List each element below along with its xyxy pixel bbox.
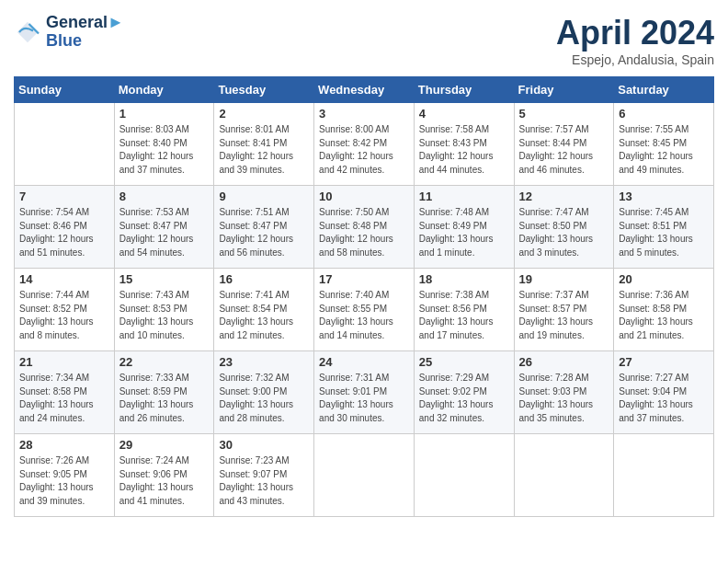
calendar-cell: 30Sunrise: 7:23 AM Sunset: 9:07 PM Dayli… [214, 434, 314, 517]
cell-info: Sunrise: 7:31 AM Sunset: 9:01 PM Dayligh… [319, 372, 409, 425]
cell-info: Sunrise: 8:01 AM Sunset: 8:41 PM Dayligh… [219, 123, 309, 177]
calendar-cell: 9Sunrise: 7:51 AM Sunset: 8:47 PM Daylig… [214, 186, 314, 269]
calendar-cell: 20Sunrise: 7:36 AM Sunset: 8:58 PM Dayli… [614, 269, 714, 351]
month-title: April 2024 [556, 14, 714, 52]
cell-info: Sunrise: 7:27 AM Sunset: 9:04 PM Dayligh… [619, 372, 709, 425]
cell-info: Sunrise: 7:47 AM Sunset: 8:50 PM Dayligh… [519, 206, 609, 259]
calendar-cell: 23Sunrise: 7:32 AM Sunset: 9:00 PM Dayli… [214, 351, 314, 434]
calendar-cell: 29Sunrise: 7:24 AM Sunset: 9:06 PM Dayli… [114, 434, 214, 517]
day-number: 18 [419, 272, 509, 286]
cell-info: Sunrise: 7:43 AM Sunset: 8:53 PM Dayligh… [119, 289, 210, 342]
calendar-cell: 3Sunrise: 8:00 AM Sunset: 8:42 PM Daylig… [314, 103, 415, 186]
day-number: 27 [619, 355, 709, 369]
location: Espejo, Andalusia, Spain [556, 52, 714, 67]
day-number: 1 [119, 107, 210, 121]
cell-info: Sunrise: 7:48 AM Sunset: 8:49 PM Dayligh… [419, 206, 509, 259]
day-number: 30 [219, 438, 309, 452]
calendar-cell: 2Sunrise: 8:01 AM Sunset: 8:41 PM Daylig… [214, 103, 314, 186]
week-row-3: 14Sunrise: 7:44 AM Sunset: 8:52 PM Dayli… [15, 269, 714, 351]
calendar-cell [614, 434, 714, 517]
calendar-cell: 22Sunrise: 7:33 AM Sunset: 8:59 PM Dayli… [114, 351, 214, 434]
cell-info: Sunrise: 7:24 AM Sunset: 9:06 PM Dayligh… [119, 454, 210, 508]
cell-info: Sunrise: 7:34 AM Sunset: 8:58 PM Dayligh… [19, 372, 109, 425]
day-number: 3 [319, 107, 409, 121]
calendar-cell: 13Sunrise: 7:45 AM Sunset: 8:51 PM Dayli… [614, 186, 714, 269]
calendar-cell: 12Sunrise: 7:47 AM Sunset: 8:50 PM Dayli… [514, 186, 614, 269]
day-number: 12 [519, 190, 609, 203]
week-row-5: 28Sunrise: 7:26 AM Sunset: 9:05 PM Dayli… [15, 434, 714, 517]
col-header-saturday: Saturday [614, 77, 714, 103]
day-number: 24 [319, 355, 409, 369]
calendar-cell: 15Sunrise: 7:43 AM Sunset: 8:53 PM Dayli… [114, 269, 214, 351]
calendar-cell: 17Sunrise: 7:40 AM Sunset: 8:55 PM Dayli… [314, 269, 415, 351]
logo-icon [14, 18, 41, 46]
day-number: 2 [219, 107, 309, 121]
calendar-cell: 28Sunrise: 7:26 AM Sunset: 9:05 PM Dayli… [15, 434, 115, 517]
cell-info: Sunrise: 7:51 AM Sunset: 8:47 PM Dayligh… [219, 206, 309, 259]
calendar-cell: 27Sunrise: 7:27 AM Sunset: 9:04 PM Dayli… [614, 351, 714, 434]
logo-text: General► Blue [46, 14, 124, 51]
cell-info: Sunrise: 7:29 AM Sunset: 9:02 PM Dayligh… [419, 372, 509, 425]
title-area: April 2024 Espejo, Andalusia, Spain [556, 14, 714, 67]
cell-info: Sunrise: 7:32 AM Sunset: 9:00 PM Dayligh… [219, 372, 309, 425]
calendar-cell: 18Sunrise: 7:38 AM Sunset: 8:56 PM Dayli… [414, 269, 514, 351]
calendar-cell: 14Sunrise: 7:44 AM Sunset: 8:52 PM Dayli… [15, 269, 115, 351]
calendar-cell: 5Sunrise: 7:57 AM Sunset: 8:44 PM Daylig… [514, 103, 614, 186]
cell-info: Sunrise: 7:37 AM Sunset: 8:57 PM Dayligh… [519, 289, 609, 342]
page-header: General► Blue April 2024 Espejo, Andalus… [14, 14, 714, 67]
calendar-cell [414, 434, 514, 517]
cell-info: Sunrise: 8:00 AM Sunset: 8:42 PM Dayligh… [319, 123, 409, 177]
calendar-cell [314, 434, 415, 517]
day-number: 16 [219, 272, 309, 286]
day-number: 9 [219, 190, 309, 203]
calendar-cell: 26Sunrise: 7:28 AM Sunset: 9:03 PM Dayli… [514, 351, 614, 434]
calendar-cell [514, 434, 614, 517]
logo: General► Blue [14, 14, 124, 51]
col-header-tuesday: Tuesday [214, 77, 314, 103]
cell-info: Sunrise: 7:45 AM Sunset: 8:51 PM Dayligh… [619, 206, 709, 259]
cell-info: Sunrise: 7:38 AM Sunset: 8:56 PM Dayligh… [419, 289, 509, 342]
day-number: 4 [419, 107, 509, 121]
day-number: 20 [619, 272, 709, 286]
cell-info: Sunrise: 7:50 AM Sunset: 8:48 PM Dayligh… [319, 206, 409, 259]
cell-info: Sunrise: 7:28 AM Sunset: 9:03 PM Dayligh… [519, 372, 609, 425]
calendar-cell: 24Sunrise: 7:31 AM Sunset: 9:01 PM Dayli… [314, 351, 415, 434]
calendar-cell: 11Sunrise: 7:48 AM Sunset: 8:49 PM Dayli… [414, 186, 514, 269]
day-number: 13 [619, 190, 709, 203]
week-row-1: 1Sunrise: 8:03 AM Sunset: 8:40 PM Daylig… [15, 103, 714, 186]
calendar-cell [15, 103, 115, 186]
col-header-thursday: Thursday [414, 77, 514, 103]
day-number: 26 [519, 355, 609, 369]
day-number: 21 [19, 355, 109, 369]
calendar-cell: 10Sunrise: 7:50 AM Sunset: 8:48 PM Dayli… [314, 186, 415, 269]
cell-info: Sunrise: 7:58 AM Sunset: 8:43 PM Dayligh… [419, 123, 509, 177]
cell-info: Sunrise: 7:53 AM Sunset: 8:47 PM Dayligh… [119, 206, 210, 259]
day-number: 19 [519, 272, 609, 286]
day-number: 8 [119, 190, 210, 203]
col-header-sunday: Sunday [15, 77, 115, 103]
day-number: 10 [319, 190, 409, 203]
day-number: 29 [119, 438, 210, 452]
day-number: 6 [619, 107, 709, 121]
day-number: 22 [119, 355, 210, 369]
cell-info: Sunrise: 7:41 AM Sunset: 8:54 PM Dayligh… [219, 289, 309, 342]
col-header-wednesday: Wednesday [314, 77, 415, 103]
calendar-cell: 4Sunrise: 7:58 AM Sunset: 8:43 PM Daylig… [414, 103, 514, 186]
cell-info: Sunrise: 8:03 AM Sunset: 8:40 PM Dayligh… [119, 123, 210, 177]
calendar-cell: 6Sunrise: 7:55 AM Sunset: 8:45 PM Daylig… [614, 103, 714, 186]
week-row-2: 7Sunrise: 7:54 AM Sunset: 8:46 PM Daylig… [15, 186, 714, 269]
day-number: 14 [19, 272, 109, 286]
calendar-cell: 25Sunrise: 7:29 AM Sunset: 9:02 PM Dayli… [414, 351, 514, 434]
day-number: 11 [419, 190, 509, 203]
cell-info: Sunrise: 7:55 AM Sunset: 8:45 PM Dayligh… [619, 123, 709, 177]
calendar-cell: 16Sunrise: 7:41 AM Sunset: 8:54 PM Dayli… [214, 269, 314, 351]
cell-info: Sunrise: 7:36 AM Sunset: 8:58 PM Dayligh… [619, 289, 709, 342]
day-number: 7 [19, 190, 109, 203]
day-number: 17 [319, 272, 409, 286]
cell-info: Sunrise: 7:26 AM Sunset: 9:05 PM Dayligh… [19, 454, 109, 508]
calendar-cell: 1Sunrise: 8:03 AM Sunset: 8:40 PM Daylig… [114, 103, 214, 186]
cell-info: Sunrise: 7:40 AM Sunset: 8:55 PM Dayligh… [319, 289, 409, 342]
cell-info: Sunrise: 7:44 AM Sunset: 8:52 PM Dayligh… [19, 289, 109, 342]
cell-info: Sunrise: 7:54 AM Sunset: 8:46 PM Dayligh… [19, 206, 109, 259]
day-number: 5 [519, 107, 609, 121]
